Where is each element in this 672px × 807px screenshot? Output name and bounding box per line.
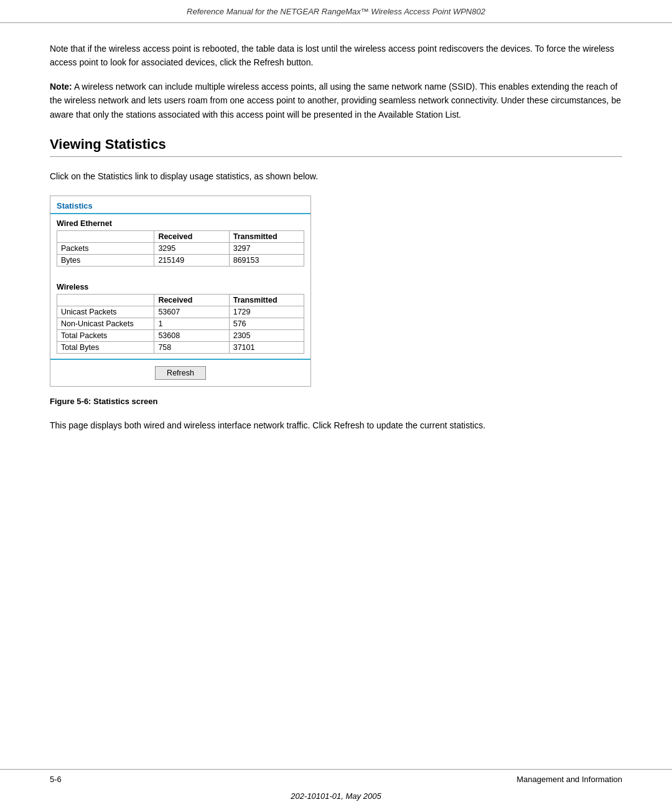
figure-caption-text: Figure 5-6: Statistics screen: [50, 397, 157, 406]
statistics-panel: Statistics Wired Ethernet Received Trans…: [50, 196, 311, 387]
wireless-col-received: Received: [154, 295, 229, 306]
statistics-title: Statistics: [50, 196, 310, 214]
wired-packets-transmitted: 3297: [229, 243, 304, 255]
figure-caption: Figure 5-6: Statistics screen: [50, 397, 622, 406]
totalbytes-received: 758: [154, 342, 229, 354]
wireless-section: Wireless Received Transmitted Unicast Pa…: [50, 278, 310, 359]
nonunicast-transmitted: 576: [229, 318, 304, 330]
wireless-row-totalbytes: Total Bytes 758 37101: [57, 342, 304, 354]
wireless-col-transmitted: Transmitted: [229, 295, 304, 306]
section-heading: Viewing Statistics: [50, 136, 622, 157]
footer: 5-6 Management and Information: [0, 769, 672, 789]
footer-date: 202-10101-01, May 2005: [0, 789, 672, 807]
unicast-transmitted: 1729: [229, 306, 304, 318]
wired-col-label: [57, 231, 154, 243]
wired-col-received: Received: [154, 231, 229, 243]
wired-col-transmitted: Transmitted: [229, 231, 304, 243]
nonunicast-received: 1: [154, 318, 229, 330]
wired-bytes-label: Bytes: [57, 255, 154, 267]
footer-section-label: Management and Information: [516, 775, 622, 784]
header-title: Reference Manual for the NETGEAR RangeMa…: [187, 7, 485, 16]
unicast-label: Unicast Packets: [57, 306, 154, 318]
refresh-row: Refresh: [50, 359, 310, 386]
wireless-row-unicast: Unicast Packets 53607 1729: [57, 306, 304, 318]
wired-bytes-transmitted: 869153: [229, 255, 304, 267]
totalpackets-transmitted: 2305: [229, 330, 304, 342]
wireless-table: Received Transmitted Unicast Packets 536…: [57, 294, 304, 354]
totalbytes-label: Total Bytes: [57, 342, 154, 354]
wireless-row-nonunicast: Non-Unicast Packets 1 576: [57, 318, 304, 330]
wired-packets-received: 3295: [154, 243, 229, 255]
note-paragraph: Note: A wireless network can include mul…: [50, 80, 622, 121]
wireless-row-totalpackets: Total Packets 53608 2305: [57, 330, 304, 342]
wired-section: Wired Ethernet Received Transmitted Pack…: [50, 214, 310, 271]
wireless-label: Wireless: [57, 283, 304, 291]
section-intro: Click on the Statistics link to display …: [50, 169, 622, 183]
wired-row-bytes: Bytes 215149 869153: [57, 255, 304, 267]
wireless-header-row: Received Transmitted: [57, 295, 304, 306]
note-label: Note:: [50, 82, 72, 92]
wired-table: Received Transmitted Packets 3295 3297 B…: [57, 230, 304, 267]
totalbytes-transmitted: 37101: [229, 342, 304, 354]
unicast-received: 53607: [154, 306, 229, 318]
footer-page-number: 5-6: [50, 775, 62, 784]
wired-header-row: Received Transmitted: [57, 231, 304, 243]
wired-bytes-received: 215149: [154, 255, 229, 267]
refresh-button[interactable]: Refresh: [155, 366, 206, 380]
wired-packets-label: Packets: [57, 243, 154, 255]
nonunicast-label: Non-Unicast Packets: [57, 318, 154, 330]
body-paragraph: This page displays both wired and wirele…: [50, 418, 622, 432]
page-header: Reference Manual for the NETGEAR RangeMa…: [0, 0, 672, 23]
wired-label: Wired Ethernet: [57, 219, 304, 228]
totalpackets-label: Total Packets: [57, 330, 154, 342]
totalpackets-received: 53608: [154, 330, 229, 342]
main-content: Note that if the wireless access point i…: [0, 23, 672, 769]
note-text: A wireless network can include multiple …: [50, 82, 621, 120]
intro-paragraph-1: Note that if the wireless access point i…: [50, 42, 622, 70]
wired-row-packets: Packets 3295 3297: [57, 243, 304, 255]
wireless-col-label: [57, 295, 154, 306]
